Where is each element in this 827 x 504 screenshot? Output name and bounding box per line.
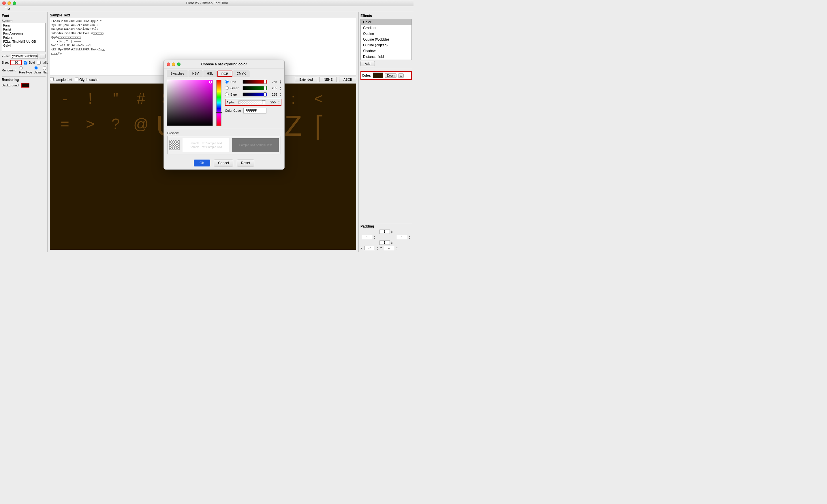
dialog-min-btn[interactable] — [172, 62, 175, 66]
extended-button[interactable]: Extended — [295, 76, 317, 82]
green-value: 255 — [269, 87, 277, 90]
java-radio[interactable] — [34, 66, 38, 70]
alpha-value: 255 — [267, 101, 276, 104]
cancel-button[interactable]: Cancel — [214, 160, 233, 166]
font-list[interactable]: Farah Farisi FontAwesome Futura FZLanTin… — [2, 23, 46, 52]
color-effect-swatch[interactable] — [373, 72, 383, 78]
close-button[interactable] — [2, 1, 6, 5]
ascii-button[interactable]: ASCII — [339, 76, 356, 82]
title-bar: Hiero v5 - Bitmap Font Tool — [0, 0, 414, 6]
color-picker-dialog[interactable]: Choose a background color Swatches HSV H… — [163, 60, 285, 170]
freetype-radio[interactable] — [19, 66, 23, 70]
nehe-button[interactable]: NEHE — [320, 76, 337, 82]
ok-button[interactable]: OK — [194, 160, 210, 166]
glyph-hash: # — [128, 86, 154, 111]
padding-right-spin[interactable]: ▲▼ — [408, 235, 410, 239]
effect-shadow[interactable]: Shadow — [361, 48, 411, 54]
blue-slider[interactable] — [243, 93, 267, 97]
blue-radio[interactable] — [225, 93, 229, 96]
x-spin[interactable]: ▲▼ — [377, 246, 379, 250]
green-slider[interactable] — [243, 86, 267, 90]
dialog-preview: Preview Sample Text Sample Text Sample T… — [164, 129, 284, 157]
color-gradient-area[interactable] — [167, 80, 213, 126]
x-input[interactable] — [364, 246, 375, 250]
effects-actions: Add — [360, 61, 412, 66]
hue-indicator — [216, 112, 222, 113]
sample-text-content: ГБбЖж3зКкКкКкКкНнГнПьпьQqCcТт YуYьXxЦцЧч… — [51, 19, 355, 56]
padding-grid: ▲▼ ▲▼ ▲▼ ▲▼ — [360, 230, 412, 245]
tab-swatches[interactable]: Swatches — [167, 70, 188, 77]
reset-button[interactable]: Reset — [237, 160, 254, 166]
sample-text-checkbox[interactable] — [50, 77, 54, 81]
padding-top-spin[interactable]: ▲▼ — [391, 230, 393, 234]
alpha-slider[interactable] — [239, 100, 266, 104]
blue-spin[interactable]: ▲▼ — [280, 93, 282, 97]
y-input[interactable] — [384, 246, 394, 250]
size-input[interactable] — [10, 60, 22, 65]
color-section-label: Color: — [362, 74, 371, 77]
bold-checkbox[interactable] — [23, 61, 28, 64]
padding-left[interactable] — [362, 235, 372, 239]
hue-slider[interactable] — [216, 80, 222, 126]
window-controls[interactable] — [2, 1, 16, 5]
padding-right-cell: ▲▼ — [397, 235, 410, 239]
padding-bottom-spin[interactable]: ▲▼ — [391, 241, 393, 245]
effect-outline-wobble[interactable]: Outline (Wobble) — [361, 37, 411, 42]
effect-distance-field[interactable]: Distance field — [361, 54, 411, 60]
y-spin[interactable]: ▲▼ — [396, 246, 398, 250]
native-radio[interactable] — [43, 66, 46, 70]
green-label: Green — [230, 87, 241, 90]
padding-bottom[interactable] — [380, 240, 390, 245]
dialog-close-btn[interactable] — [167, 62, 170, 66]
dialog-max-btn[interactable] — [177, 62, 181, 66]
effects-title: Effects — [360, 14, 412, 18]
minimize-button[interactable] — [7, 1, 11, 5]
font-item-fontawesome[interactable]: FontAwesome — [2, 32, 45, 36]
dialog-traffic-lights[interactable] — [167, 62, 181, 66]
font-file-path: you/站酷庆科黄油体.ttf — [11, 54, 38, 59]
font-item-galvii[interactable]: Galvii — [2, 44, 45, 48]
glyph-cache-checkbox[interactable] — [75, 77, 79, 81]
padding-left-spin[interactable]: ▲▼ — [374, 235, 376, 239]
tab-hsl[interactable]: HSL — [203, 70, 216, 77]
red-thumb — [263, 80, 266, 84]
padding-top-cell: ▲▼ — [380, 230, 393, 234]
down-button[interactable]: Down — [385, 73, 396, 78]
color-code-input[interactable] — [243, 108, 266, 113]
font-item-farah[interactable]: Farah — [2, 23, 45, 27]
red-spin[interactable]: ▲▼ — [280, 80, 282, 84]
red-value: 255 — [269, 80, 277, 83]
sample-text-label: sample text — [54, 78, 72, 82]
color-effect-section: Color: Down x — [360, 71, 412, 80]
padding-top[interactable] — [380, 230, 390, 234]
red-slider[interactable] — [243, 80, 267, 84]
font-item-fzlan[interactable]: FZLanTingHeiS-UL-GB — [2, 40, 45, 44]
tab-rgb[interactable]: RGB — [217, 70, 232, 77]
effect-gradient[interactable]: Gradient — [361, 25, 411, 31]
background-color-swatch[interactable] — [21, 83, 30, 88]
file-menu[interactable]: File — [2, 7, 12, 11]
alpha-spin[interactable]: ▲▼ — [278, 100, 280, 104]
effect-outline-zigzag[interactable]: Outline (Zigzag) — [361, 42, 411, 48]
tab-hsv[interactable]: HSV — [189, 70, 203, 77]
padding-right[interactable] — [397, 235, 407, 239]
red-row: Red 255 ▲▼ — [225, 80, 282, 84]
rendering-radio-group: FreeType Java Native — [19, 66, 52, 74]
green-radio[interactable] — [225, 86, 229, 90]
maximize-button[interactable] — [13, 1, 16, 5]
effect-outline[interactable]: Outline — [361, 31, 411, 37]
remove-effect-button[interactable]: x — [398, 73, 404, 78]
add-effect-button[interactable]: Add — [360, 61, 375, 66]
red-radio[interactable] — [225, 80, 229, 83]
rgb-controls: Red 255 ▲▼ Green 255 ▲▼ — [225, 80, 282, 126]
green-spin[interactable]: ▲▼ — [280, 86, 282, 90]
effect-color[interactable]: Color — [361, 19, 411, 25]
dialog-tabs: Swatches HSV HSL RGB CMYK — [164, 69, 284, 77]
system-label: System: — [2, 19, 46, 22]
font-item-futura[interactable]: Futura — [2, 36, 45, 40]
font-item-farisi[interactable]: Farisi — [2, 27, 45, 32]
browse-button[interactable]: ... — [39, 54, 46, 58]
tab-cmyk[interactable]: CMYK — [233, 70, 250, 77]
italic-checkbox[interactable] — [37, 61, 41, 64]
rendering-section: Rendering Background: — [2, 76, 46, 88]
